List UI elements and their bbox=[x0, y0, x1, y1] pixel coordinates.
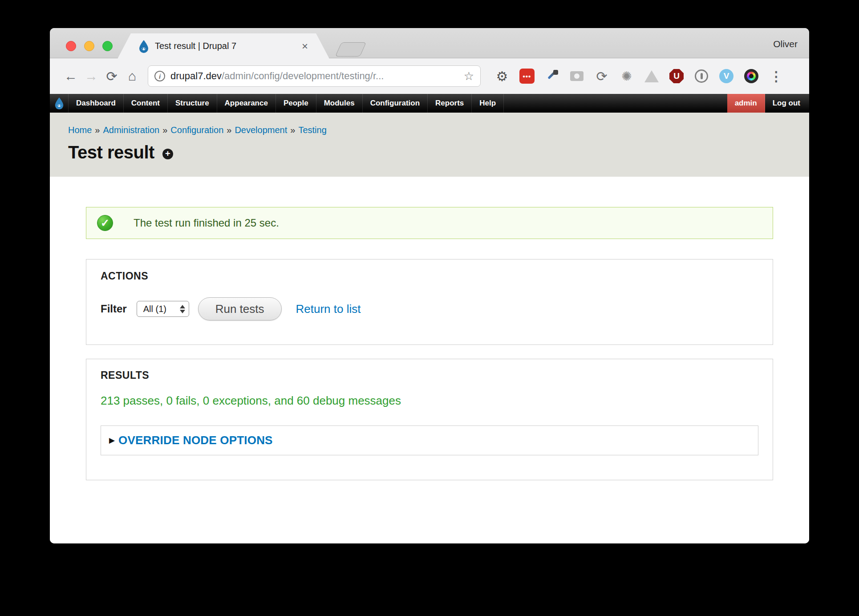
home-icon[interactable]: ⌂ bbox=[122, 69, 142, 84]
browser-profile-name: Oliver bbox=[773, 39, 798, 49]
settings-gear-icon[interactable]: ⚙ bbox=[496, 69, 508, 84]
close-window-button[interactable] bbox=[66, 41, 76, 51]
toolbar-item-appearance[interactable]: Appearance bbox=[217, 94, 276, 113]
tab-title: Test result | Drupal 7 bbox=[155, 41, 302, 51]
results-summary: 213 passes, 0 fails, 0 exceptions, and 6… bbox=[101, 394, 758, 408]
results-panel: RESULTS 213 passes, 0 fails, 0 exception… bbox=[86, 359, 773, 480]
filter-select[interactable]: All (1) bbox=[137, 301, 189, 317]
breadcrumb-separator: » bbox=[95, 125, 100, 135]
drupal-logo-icon[interactable] bbox=[50, 94, 69, 113]
browser-menu-icon[interactable]: ⋮ bbox=[770, 69, 783, 84]
page-content: ✓ The test run finished in 25 sec. ACTIO… bbox=[50, 177, 809, 543]
add-shortcut-icon[interactable]: + bbox=[162, 149, 173, 159]
status-message-text: The test run finished in 25 sec. bbox=[134, 217, 279, 229]
eyedropper-icon[interactable] bbox=[545, 69, 559, 83]
url-domain: drupal7.dev bbox=[170, 70, 222, 81]
forward-icon: → bbox=[81, 69, 101, 84]
page-header: Home»Administration»Configuration»Develo… bbox=[50, 113, 809, 177]
browser-window: Test result | Drupal 7 × Oliver ← → ⟳ ⌂ … bbox=[50, 28, 809, 543]
breadcrumb: Home»Administration»Configuration»Develo… bbox=[68, 125, 809, 135]
breadcrumb-separator: » bbox=[227, 125, 231, 135]
breadcrumb-separator: » bbox=[162, 125, 167, 135]
toolbar-item-people[interactable]: People bbox=[276, 94, 316, 113]
toolbar-item-help[interactable]: Help bbox=[472, 94, 504, 113]
breadcrumb-administration[interactable]: Administration bbox=[103, 125, 159, 135]
breadcrumb-separator: » bbox=[290, 125, 295, 135]
url-path: /admin/config/development/testing/r... bbox=[222, 70, 384, 81]
page-info-icon[interactable]: i bbox=[154, 71, 165, 81]
window-controls bbox=[66, 41, 113, 51]
toolbar-item-structure[interactable]: Structure bbox=[168, 94, 217, 113]
new-tab-button[interactable] bbox=[335, 42, 366, 57]
browser-toolbar: ← → ⟳ ⌂ i drupal7.dev/admin/config/devel… bbox=[50, 58, 809, 94]
breadcrumb-home[interactable]: Home bbox=[68, 125, 92, 135]
actions-heading: ACTIONS bbox=[101, 270, 758, 282]
ublock-origin-icon[interactable]: U bbox=[669, 69, 684, 83]
run-tests-button[interactable]: Run tests bbox=[198, 297, 282, 320]
extension-icons: ⚙ ••• ⟳ ✺ U V ⋮ bbox=[490, 69, 789, 84]
lastpass-icon[interactable]: ••• bbox=[519, 69, 535, 84]
toolbar-item-content[interactable]: Content bbox=[124, 94, 168, 113]
collapsed-arrow-icon: ▶ bbox=[109, 436, 115, 445]
drive-triangle-icon[interactable] bbox=[644, 70, 659, 82]
minimize-window-button[interactable] bbox=[84, 41, 94, 51]
url-text[interactable]: drupal7.dev/admin/config/development/tes… bbox=[170, 70, 464, 82]
toolbar-item-reports[interactable]: Reports bbox=[428, 94, 472, 113]
v-badge-icon[interactable]: V bbox=[719, 69, 733, 83]
filter-select-value: All (1) bbox=[143, 304, 180, 314]
actions-panel: ACTIONS Filter All (1) Run tests Return … bbox=[86, 259, 773, 345]
tab-strip: Test result | Drupal 7 × Oliver bbox=[50, 28, 809, 58]
toolbar-item-configuration[interactable]: Configuration bbox=[363, 94, 428, 113]
keyhole-icon[interactable] bbox=[695, 69, 708, 83]
toolbar-item-dashboard[interactable]: Dashboard bbox=[69, 94, 124, 113]
breadcrumb-development[interactable]: Development bbox=[235, 125, 287, 135]
results-heading: RESULTS bbox=[101, 369, 758, 381]
override-node-options-link[interactable]: OVERRIDE NODE OPTIONS bbox=[118, 434, 273, 447]
bookmark-star-icon[interactable]: ☆ bbox=[464, 69, 474, 83]
toolbar-logout[interactable]: Log out bbox=[765, 94, 809, 113]
sync-refresh-icon[interactable]: ⟳ bbox=[596, 69, 607, 84]
tab-close-icon[interactable]: × bbox=[302, 40, 308, 53]
success-check-icon: ✓ bbox=[97, 215, 113, 231]
camera-icon[interactable] bbox=[570, 71, 583, 81]
spiky-gear-icon[interactable]: ✺ bbox=[621, 69, 632, 84]
filter-label: Filter bbox=[101, 303, 127, 315]
toolbar-item-modules[interactable]: Modules bbox=[316, 94, 363, 113]
select-arrows-icon bbox=[180, 305, 185, 313]
reload-icon[interactable]: ⟳ bbox=[101, 69, 122, 84]
address-bar[interactable]: i drupal7.dev/admin/config/development/t… bbox=[148, 65, 481, 87]
breadcrumb-configuration[interactable]: Configuration bbox=[170, 125, 223, 135]
override-node-options-fieldset[interactable]: ▶ OVERRIDE NODE OPTIONS bbox=[101, 426, 758, 455]
back-icon[interactable]: ← bbox=[61, 69, 81, 84]
active-tab[interactable]: Test result | Drupal 7 × bbox=[118, 33, 329, 59]
page-title: Test result bbox=[68, 142, 154, 162]
zoom-window-button[interactable] bbox=[102, 41, 113, 51]
camera-lens-icon[interactable] bbox=[744, 69, 758, 83]
drupal-favicon bbox=[138, 40, 150, 53]
return-to-list-link[interactable]: Return to list bbox=[296, 302, 361, 316]
toolbar-user-admin[interactable]: admin bbox=[727, 94, 765, 113]
drupal-admin-toolbar: Dashboard Content Structure Appearance P… bbox=[50, 94, 809, 113]
status-message: ✓ The test run finished in 25 sec. bbox=[86, 207, 773, 239]
breadcrumb-testing[interactable]: Testing bbox=[298, 125, 326, 135]
